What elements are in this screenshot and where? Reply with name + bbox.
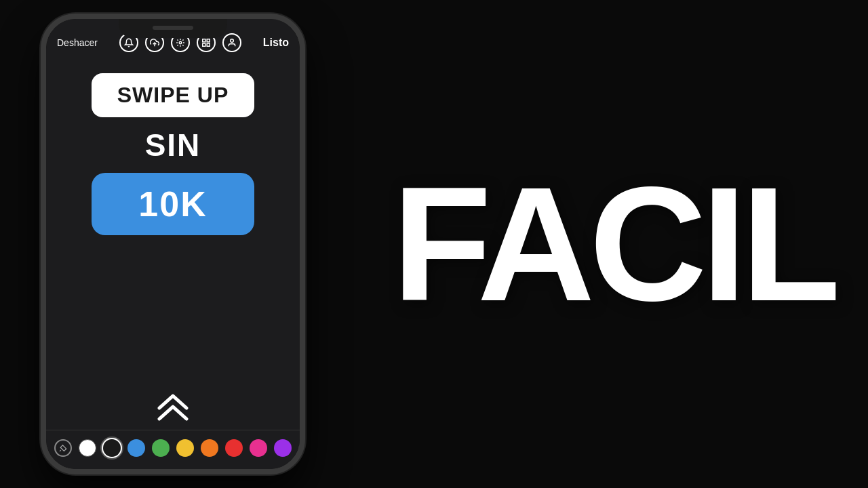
color-yellow-button[interactable] [176, 439, 194, 457]
ten-k-text: 10K [138, 184, 207, 224]
swipe-up-text: SWIPE UP [117, 83, 229, 108]
done-label[interactable]: Listo [263, 37, 289, 49]
svg-rect-4 [203, 43, 205, 46]
svg-point-6 [231, 39, 234, 43]
sin-text: SIN [145, 127, 201, 163]
dot-indicator-active [298, 446, 300, 449]
color-blue-button[interactable] [127, 439, 145, 457]
ten-k-button[interactable]: 10K [92, 173, 254, 235]
side-button-volume-down [41, 226, 42, 260]
side-button-volume-up [41, 172, 42, 206]
svg-rect-5 [207, 43, 210, 46]
content-area: SWIPE UP SIN 10K [46, 60, 300, 430]
color-pink-button[interactable] [250, 439, 267, 457]
right-area: FACIL [346, 0, 868, 488]
phone-speaker [153, 26, 193, 30]
svg-rect-3 [207, 39, 210, 42]
svg-rect-2 [203, 39, 205, 42]
chevron-up-icon [153, 389, 193, 423]
facil-heading: FACIL [392, 163, 835, 325]
color-purple-button[interactable] [274, 439, 292, 457]
eyedropper-button[interactable] [54, 439, 72, 457]
svg-point-1 [179, 41, 182, 44]
toolbar-person-icon[interactable] [222, 33, 241, 52]
color-black-button[interactable] [103, 439, 121, 457]
side-button-power [304, 154, 305, 195]
phone-notch [119, 19, 227, 38]
color-green-button[interactable] [152, 439, 170, 457]
color-orange-button[interactable] [201, 439, 218, 457]
color-white-button[interactable] [79, 439, 96, 457]
phone-mockup: Deshacer [41, 14, 305, 474]
color-red-button[interactable] [225, 439, 243, 457]
side-button-silent [41, 118, 42, 140]
swipe-up-button[interactable]: SWIPE UP [92, 73, 254, 117]
undo-label[interactable]: Deshacer [57, 37, 98, 48]
phone-area: Deshacer [0, 0, 346, 488]
color-toolbar [46, 430, 300, 469]
phone-screen: Deshacer [46, 19, 300, 469]
